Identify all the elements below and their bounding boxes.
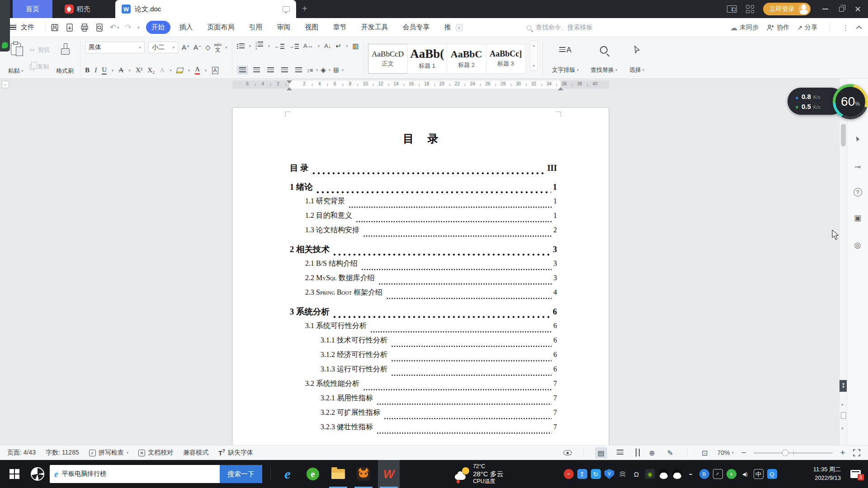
numbered-list-button[interactable]: 1 2 3 [255,42,263,51]
eye-protect-icon[interactable] [563,450,572,455]
file-explorer-taskbar-icon[interactable] [327,460,349,488]
document-page[interactable]: 目 录 目 录III1 绪论11.1 研究背景11.2 目的和意义11.3 论文… [232,108,609,445]
share-button[interactable]: ↗ 分享 [797,23,817,32]
bold-button[interactable]: B [85,66,90,74]
qq-icon[interactable] [659,469,669,479]
horizontal-ruler[interactable]: ⌐ 24624681012141618202224262830323436384… [0,79,847,90]
zoom-level[interactable]: 70%▾ [717,449,734,456]
wps-taskbar-icon[interactable]: W [378,460,400,488]
browser-360-taskbar-icon[interactable]: e [302,460,324,488]
style-heading-1[interactable]: AaBb(标题 1 [407,44,447,74]
weather-tray-item[interactable]: 72°C 28°C 多云 CPU温度 [445,460,513,488]
notification-center-button[interactable]: 3 [846,460,864,488]
new-tab-button[interactable]: + [302,4,307,14]
more-options-icon[interactable]: ⋮ [842,23,850,32]
menu-tab-insert[interactable]: 插入 [174,21,198,34]
menu-tab-dev-tools[interactable]: 开发工具 [356,21,394,34]
next-page-button[interactable]: ▾ [841,426,844,431]
view-page-icon[interactable]: ▤ [595,447,607,459]
close-button[interactable] [855,6,861,12]
boost-gauge[interactable]: 60% [833,84,868,119]
zoom-slider[interactable] [754,452,833,454]
align-left-button[interactable] [237,66,248,75]
font-color-button[interactable]: A [195,66,200,75]
decrease-indent-button[interactable]: ← [274,43,284,49]
tab-docer[interactable]: 稻壳 [52,0,102,18]
launcher-360-icon[interactable] [27,460,48,488]
vertical-scrollbar[interactable]: ▾▾ ▴ ▾ [839,79,847,445]
styles-scroll[interactable]: ▴▾ [530,41,538,70]
document-canvas[interactable]: 目 录 目 录III1 绪论11.1 研究背景11.2 目的和意义11.3 论文… [0,90,847,445]
line-spacing-button[interactable]: ↕≡ [307,67,313,74]
usb-device-icon[interactable]: ↥ [577,469,587,479]
q-search-icon[interactable]: Q [767,469,777,479]
left-indent-marker[interactable] [287,84,292,90]
justify-button[interactable] [279,66,290,75]
compat-mode[interactable]: 兼容模式 [183,449,208,457]
char-scale-button[interactable]: A↔ [303,42,313,49]
usb-eject-icon[interactable]: ✓ [713,469,723,479]
increase-indent-button[interactable]: → [289,43,299,49]
find-replace-button[interactable]: 查找替换▾ [589,42,619,75]
screenshot-icon[interactable]: ▣ [852,212,863,224]
print-icon[interactable] [80,23,89,32]
style-heading-2[interactable]: AaBbC标题 2 [447,44,486,74]
menu-tab-references[interactable]: 引用 [244,21,268,34]
italic-button[interactable]: I [94,66,97,74]
text-effect-button[interactable]: A [160,66,165,74]
zoom-slider-knob[interactable] [782,450,789,456]
measure-tool-icon[interactable]: ⊸ [852,161,863,173]
format-painter-button[interactable]: 格式刷 [54,41,75,76]
select-tool-icon[interactable] [852,134,863,145]
increase-font-button[interactable]: A⁺ [182,43,190,52]
maximize-button[interactable] [839,7,844,12]
pinyin-guide-button[interactable]: wén文 [214,43,222,52]
print-preview-icon[interactable] [95,23,104,32]
locate-pin-icon[interactable]: ◎ [852,239,863,251]
scroll-jump-button[interactable]: ▾▾ [840,380,847,392]
menu-tab-page-layout[interactable]: 页面布局 [202,21,240,34]
tab-selector-icon[interactable]: ⌐ [2,81,9,88]
spell-check[interactable]: ✓拼写检查▾ [89,449,129,457]
menu-tab-member[interactable]: 会员专享 [397,21,435,34]
align-center-button[interactable] [251,66,262,75]
ie-taskbar-icon[interactable]: e [277,460,298,488]
collapse-ribbon-icon[interactable] [856,25,862,31]
zoom-in-button[interactable]: + [840,448,846,458]
menu-file[interactable]: 文件 [21,23,34,32]
douyu-taskbar-icon[interactable] [353,460,374,488]
export-icon[interactable] [65,23,74,32]
command-search[interactable]: 查找命令、搜索模板 [527,18,593,37]
nvidia-icon[interactable]: ◉ [645,469,655,479]
search-go-button[interactable]: 搜索一下 [220,465,262,483]
scrollbar-thumb[interactable] [841,124,846,146]
minimize-button[interactable] [822,9,828,9]
shading-button[interactable]: ◈ [321,66,326,74]
help-icon[interactable]: ? [854,188,862,197]
menu-tab-start[interactable]: 开始 [146,21,170,34]
document-tab[interactable]: W 论文.doc [115,0,296,18]
dock-green-icon[interactable] [2,42,8,48]
missing-font[interactable]: T?缺失字体 [218,449,253,457]
sync-icon[interactable]: ↻ [591,469,601,479]
power-plug-icon[interactable]: ⌁ [686,469,696,479]
hamburger-icon[interactable] [9,25,16,30]
page-indicator[interactable]: 页面: 4/43 [7,449,36,457]
subscript-button[interactable]: X₂ [147,66,155,74]
view-outline-icon[interactable] [614,447,626,458]
volume-icon[interactable]: ◀) [740,469,750,479]
borders-button[interactable]: ⊞ [333,66,339,74]
login-button[interactable]: 立即登录 [763,3,811,15]
word-count[interactable]: 字数: 11285 [46,449,79,457]
taskbar-clock[interactable]: 11:35 周二 2022/9/13 [784,460,841,488]
undo-dropdown-icon[interactable]: ▾ [117,25,119,30]
qq-icon-2[interactable] [672,469,682,479]
save-icon[interactable] [50,23,59,32]
sync-status[interactable]: ☁ 未同步 [730,23,759,32]
char-border-button[interactable]: A [212,67,218,74]
start-button[interactable] [4,460,25,488]
menu-tab-review[interactable]: 审阅 [272,21,296,34]
menu-tab-view[interactable]: 视图 [300,21,324,34]
right-indent-marker[interactable] [558,84,563,90]
fullscreen-icon[interactable] [853,449,861,457]
